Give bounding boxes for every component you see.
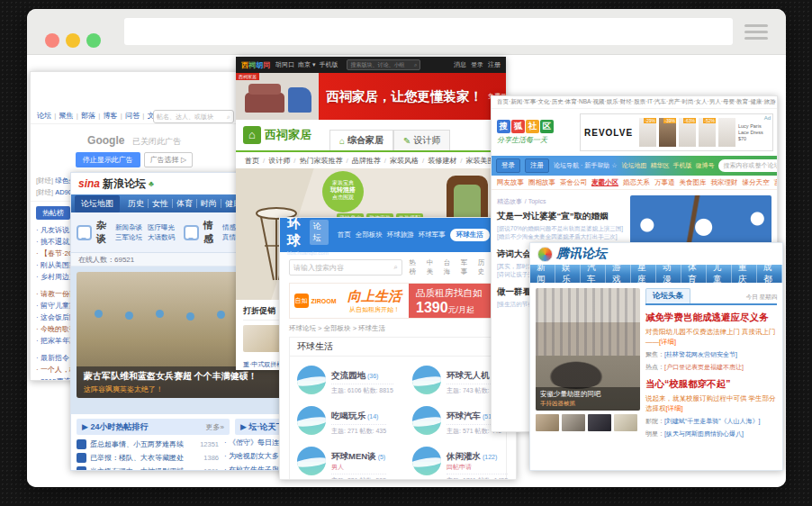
board-nav-link[interactable]: 美食图库 — [680, 178, 707, 187]
sina-nav-link[interactable]: 历史 — [124, 199, 149, 208]
stop-ads-button[interactable]: 停止显示此广告 — [76, 152, 140, 167]
tencent-nav-link[interactable]: 娱乐 — [555, 262, 581, 285]
detail-link[interactable]: [详细] — [659, 338, 676, 346]
search-icon[interactable]: ⌕ — [414, 62, 417, 68]
revolve-ad[interactable]: REVOLVE -29%-39%-63%-52% Lucy Paris Lace… — [580, 113, 773, 151]
tencent-nav-link[interactable]: 儿童 — [707, 262, 732, 285]
ad-product-thumb[interactable] — [718, 118, 735, 147]
sina-nav-link[interactable]: 时尚 — [197, 199, 221, 208]
menu-icon[interactable] — [744, 24, 768, 43]
sale-tab[interactable]: 打折促销 — [243, 305, 275, 317]
cinema-link[interactable]: [刘建斌“千里走单骑”《人山人海》] — [664, 418, 761, 424]
tencent-forum-title[interactable]: 腾讯论坛 — [556, 246, 607, 262]
photo-thumb[interactable] — [562, 414, 585, 431]
tencent-nav-link[interactable]: 星座 — [631, 262, 656, 285]
tencent-nav-link[interactable]: 重庆 — [732, 262, 757, 285]
sina-forum-map-button[interactable]: 论坛地图 — [75, 195, 120, 212]
board-nav-link[interactable]: 言情小筑 — [774, 178, 778, 187]
board-nav-link[interactable]: 麦霸小区 — [591, 178, 618, 187]
xici-search-input[interactable]: 搜索版块、讨论、小组⌕ — [347, 59, 420, 70]
ad-product-thumb[interactable]: -29% — [639, 118, 656, 147]
forum-board[interactable]: 环球MEN谈(5) 男人 主题: 331 帖数: 505 — [297, 447, 403, 480]
ziroom-ad-banner[interactable]: 自如 ZIROOM 向上生活 从自如租房开始！ 品质租房找自如 1390元/月起 — [289, 283, 507, 319]
tencent-nav-link[interactable]: 体育 — [681, 262, 707, 285]
tianya-tab-hot[interactable]: 热帖榜 — [36, 206, 70, 220]
star-link[interactable]: [纵天与阿斯图腾情协心爆八] — [664, 430, 744, 437]
tab-home-furnishing[interactable]: ⌂ 综合家居 — [329, 130, 393, 150]
xici-home-logo[interactable]: ⌂ 西祠家居 — [243, 126, 311, 144]
xici-nav-link[interactable]: 热门家装推荐 — [299, 156, 342, 166]
huanqiu-search-input[interactable]: 请输入搜索内容 ⌕ — [289, 259, 402, 276]
huanqiu-nav-link[interactable]: 全部板块 — [356, 230, 383, 239]
ad-product-thumb[interactable]: -63% — [679, 118, 696, 147]
ad-info-icon[interactable]: Ad — [764, 115, 771, 121]
ad-product-thumb[interactable]: -52% — [699, 118, 716, 147]
huanqiu-nav-link[interactable]: 环球旅游 — [387, 230, 414, 239]
sina-category-name[interactable]: 情感 — [203, 219, 218, 246]
sohu-search-input[interactable]: 搜索内容或整个论坛 ⌕ — [718, 159, 778, 172]
sina-category-link[interactable]: 医疗曝光 — [148, 223, 175, 232]
news-photo[interactable]: 安徽少量劫匪的同吧 手持凶器被抓 — [536, 288, 640, 411]
forum-board[interactable]: 吃喝玩乐(14) 主题: 271 帖数: 435 — [297, 406, 403, 436]
huanqiu-nav-link[interactable]: 环球生活 — [450, 229, 490, 241]
xici-nav-link[interactable]: 家装风格 — [390, 156, 419, 166]
sohu-top-nav[interactable]: 首页·新闻·军事·文化·历史·体育·NBA·视频·娱乐·财经·股票·IT·汽车·… — [492, 96, 777, 109]
focus-link[interactable]: [桂林警花网友营销安全节] — [664, 351, 737, 357]
search-icon[interactable]: ⌕ — [393, 263, 397, 272]
tencent-nav-link[interactable]: 汽车 — [581, 262, 606, 285]
hot-word-link[interactable]: 台海 — [444, 258, 456, 276]
xici-nav-link[interactable]: 设计师 — [268, 156, 290, 166]
xici-account-link[interactable]: 消息 — [454, 60, 466, 69]
xici-account-link[interactable]: 注册 — [488, 60, 501, 69]
quick-link[interactable]: 微博号 — [695, 161, 714, 170]
headline-link[interactable]: 当心“校服都穿不起” — [645, 378, 777, 391]
board-nav-link[interactable]: 我家理财 — [711, 178, 738, 187]
huanqiu-logo[interactable]: 环球论坛 bbs.huanqiu.com — [287, 217, 329, 256]
sina-category-link[interactable]: 新闻杂谈 — [115, 223, 142, 232]
tencent-nav-link[interactable]: 新闻 — [530, 262, 555, 285]
forum-help-links[interactable]: 论坛导航 · 新手帮助 ☆ — [554, 161, 617, 170]
hot-word-link[interactable]: 历史 — [478, 258, 490, 276]
xici-nav-link[interactable]: 首页 — [245, 156, 259, 166]
breadcrumb[interactable]: 环球论坛 > 全部板块 > 环球生活 — [280, 321, 516, 335]
sohu-logo[interactable]: 搜狐社区 分享生活每一天 — [497, 120, 574, 145]
xici-account-link[interactable]: 登录 — [471, 60, 483, 69]
forum-board[interactable]: 休闲灌水(122) 回帖申请 主题: 1711 帖数: 1455 — [412, 447, 517, 480]
xici-red-banner[interactable]: 西祠家居 西祠家居，让您更懂装家！ 免费量房·免费CAD图纸 — [236, 73, 506, 120]
photo-thumb[interactable] — [536, 414, 559, 431]
ad-choices-button[interactable]: 广告选择 ▷ — [144, 152, 193, 167]
more-link[interactable]: 更多» — [206, 422, 224, 432]
sina-nav-link[interactable]: 女性 — [149, 199, 173, 208]
sina-nav-link[interactable]: 体育 — [173, 199, 197, 208]
huanqiu-nav-link[interactable]: 环球军事 — [419, 230, 446, 239]
search-icon[interactable]: ⌕ — [227, 113, 230, 121]
tab-forum-headlines[interactable]: 论坛头条 — [645, 288, 690, 303]
detail-link[interactable]: [详细] — [666, 404, 683, 412]
tianya-search-input[interactable]: 帖名、达人、或版块 ⌕ — [153, 110, 234, 123]
xici-nav-link[interactable]: 品牌推荐 — [352, 156, 381, 166]
quick-link[interactable]: 论坛地图 — [621, 161, 646, 170]
hot-word-link[interactable]: 中美 — [427, 258, 438, 276]
sina-category-link[interactable]: 大话数码 — [148, 233, 175, 242]
quick-link[interactable]: 手机版 — [672, 161, 691, 170]
sina-logo[interactable]: sina — [78, 177, 100, 190]
board-nav-link[interactable]: 婚恋关系 — [623, 178, 650, 187]
board-nav-link[interactable]: 万事通 — [654, 178, 675, 187]
rank-row[interactable]: 蛋总超事情、小五两梦难再续 12351 — [77, 438, 219, 451]
tianya-nav-link[interactable]: 论坛 — [37, 112, 51, 120]
photo-thumb[interactable] — [614, 414, 637, 431]
tencent-nav-link[interactable]: 游戏 — [606, 262, 631, 285]
sina-category-link[interactable]: 三军论坛 — [115, 233, 142, 242]
tianya-nav-link[interactable]: 问答 — [125, 112, 140, 120]
rank-row[interactable]: 当主播有理由：大神级别震撼 1361 — [77, 465, 219, 471]
xici-top-link[interactable]: 胡同口 — [275, 61, 294, 68]
xici-nav-link[interactable]: 装修建材 — [428, 156, 456, 166]
maximize-window-icon[interactable] — [86, 33, 101, 48]
photo-thumb[interactable] — [588, 414, 611, 431]
board-nav-link[interactable]: 圈相故事 — [528, 178, 555, 187]
sina-category-name[interactable]: 杂谈 — [96, 219, 111, 246]
tencent-nav-link[interactable]: 动漫 — [656, 262, 681, 285]
board-nav-link[interactable]: 缘分天空 — [743, 178, 770, 187]
ad-product-thumb[interactable]: -39% — [659, 118, 676, 147]
tencent-nav-link[interactable]: 成都 — [757, 262, 782, 285]
